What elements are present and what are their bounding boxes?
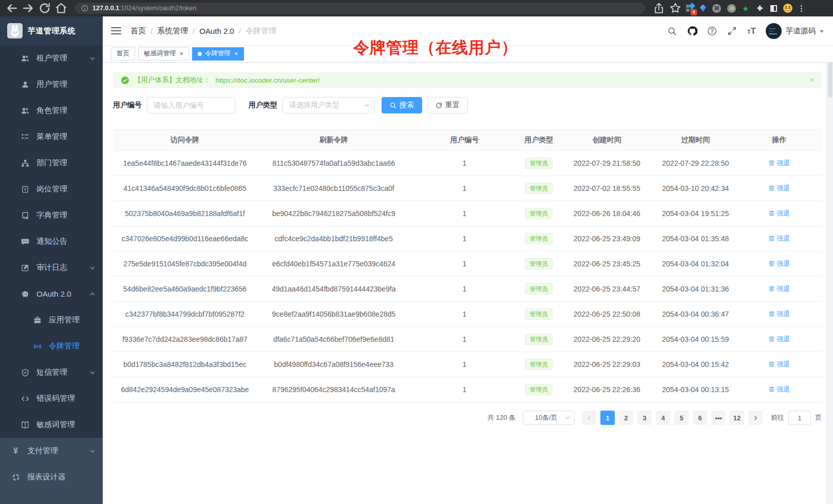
force-logout-button[interactable]: 强退 — [768, 259, 790, 268]
sidebar-item-label: 用户管理 — [36, 80, 67, 89]
tag-view-tab[interactable]: 令牌管理× — [192, 47, 244, 61]
site-info-icon[interactable] — [81, 5, 88, 12]
force-logout-button[interactable]: 强退 — [768, 184, 790, 193]
sidebar-item-tenant[interactable]: 租户管理 — [0, 45, 103, 71]
sidebar-item-notice[interactable]: 通知公告 — [0, 228, 103, 255]
command-extension-icon[interactable]: ⌘ — [712, 4, 721, 13]
goto-page-input[interactable] — [788, 411, 811, 425]
refresh-token-cell: 8796295f04064c2983414cc54af1097a — [257, 385, 410, 394]
more-pages-button[interactable]: ••• — [711, 411, 726, 425]
recorder-extension-icon[interactable] — [727, 4, 736, 13]
user-type-badge: 管理员 — [525, 384, 553, 395]
github-icon[interactable] — [687, 26, 697, 36]
next-page-button[interactable] — [748, 411, 763, 425]
force-logout-button[interactable]: 强退 — [768, 284, 790, 294]
page-button[interactable]: 3 — [637, 411, 652, 425]
trash-icon — [768, 285, 775, 292]
close-icon[interactable]: × — [234, 50, 238, 57]
forward-icon[interactable] — [22, 2, 35, 15]
sidebar-item-menu[interactable]: 菜单管理 — [0, 124, 103, 150]
oauth-icon — [21, 289, 29, 298]
breadcrumb: 首页/系统管理/OAuth 2.0/令牌管理 — [130, 26, 276, 36]
reset-button[interactable]: 重置 — [427, 97, 468, 113]
app-icon — [33, 316, 42, 324]
sidebar-item-user[interactable]: 用户管理 — [0, 71, 103, 98]
force-logout-button[interactable]: 强退 — [768, 335, 790, 344]
scrollbar-track[interactable] — [826, 16, 833, 504]
close-icon[interactable]: × — [180, 50, 184, 57]
force-logout-button[interactable]: 强退 — [768, 209, 790, 218]
sidebar-menu-root: ¥支付管理报表设计器 — [0, 438, 103, 504]
user-id-input[interactable] — [147, 97, 235, 113]
action-cell: 强退 — [736, 309, 822, 319]
sidebar-item-oauth[interactable]: OAuth 2.0 — [0, 281, 103, 307]
sidebar-item-dict[interactable]: 字典管理 — [0, 202, 103, 228]
force-logout-button[interactable]: 强退 — [768, 309, 790, 319]
sidebar-item-log[interactable]: 审计日志 — [0, 255, 103, 281]
breadcrumb-item[interactable]: 系统管理 — [157, 26, 188, 36]
sidebar-item-report[interactable]: 报表设计器 — [0, 464, 103, 490]
app-logo[interactable]: 芋道管理系统 — [0, 16, 103, 45]
user-type-select[interactable]: 请选择用户类型 — [282, 97, 375, 113]
sidebar-item-app[interactable]: 应用管理 — [0, 307, 103, 333]
sidebar-item-sms[interactable]: 短信管理 — [0, 359, 103, 385]
star-extension-icon[interactable]: ★ — [742, 5, 749, 12]
goto-page: 前往 页 — [771, 411, 822, 425]
user-menu[interactable]: 芋道源码 — [766, 23, 824, 39]
force-logout-button[interactable]: 强退 — [768, 385, 790, 394]
fullscreen-icon[interactable] — [727, 26, 737, 36]
tag-view-tab[interactable]: 首页 — [111, 47, 135, 61]
breadcrumb-item[interactable]: OAuth 2.0 — [199, 27, 234, 35]
page-button[interactable]: 1 — [600, 411, 615, 425]
dept-icon — [21, 159, 29, 167]
alert-link[interactable]: https://doc.iocoder.cn/user-center/ — [216, 76, 320, 84]
address-bar[interactable]: 127.0.0.1:1024/system/oauth2/token — [75, 3, 645, 14]
breadcrumb-item[interactable]: 首页 — [130, 26, 146, 36]
force-logout-button[interactable]: 强退 — [768, 234, 790, 243]
page-button[interactable]: 2 — [619, 411, 633, 425]
sidebar-item-pay[interactable]: ¥支付管理 — [0, 438, 103, 464]
alert-close-icon[interactable]: × — [810, 75, 815, 85]
user-id-cell: 1 — [411, 235, 519, 243]
user-type-badge: 管理员 — [525, 283, 553, 295]
sidebar-item-dept[interactable]: 部门管理 — [0, 150, 103, 176]
sidebar-item-role[interactable]: 角色管理 — [0, 98, 103, 124]
profile-avatar-icon[interactable] — [783, 4, 792, 13]
browser-menu-icon[interactable] — [799, 5, 804, 12]
prev-page-button[interactable] — [582, 411, 596, 425]
bookmark-star-icon[interactable] — [669, 2, 682, 15]
navbar-actions: TT 芋道源码 — [667, 23, 824, 39]
puzzle-extensions-icon[interactable] — [755, 4, 764, 13]
search-button[interactable]: 搜索 — [382, 97, 422, 113]
action-cell: 强退 — [736, 335, 822, 344]
token-table: 访问令牌刷新令牌用户编号用户类型创建时间过期时间操作 1ea5e44f8bc14… — [113, 129, 822, 402]
tag-view-tab[interactable]: 敏感词管理× — [138, 47, 189, 61]
reload-icon[interactable] — [38, 2, 51, 15]
search-icon[interactable] — [667, 26, 677, 36]
grid-extension-icon[interactable]: 9 — [686, 5, 694, 12]
force-logout-button[interactable]: 强退 — [768, 159, 790, 168]
force-logout-button[interactable]: 强退 — [768, 360, 790, 369]
alert-text: 【用户体系】文档地址： — [134, 75, 211, 85]
page-content: 【用户体系】文档地址： https://doc.iocoder.cn/user-… — [103, 63, 833, 504]
page-button[interactable]: 5 — [674, 411, 689, 425]
page-button[interactable]: 12 — [730, 411, 744, 425]
hamburger-icon[interactable] — [111, 27, 121, 34]
sidebar-item-errcode[interactable]: 错误码管理 — [0, 385, 103, 412]
page-button[interactable]: 4 — [656, 411, 670, 425]
font-size-icon[interactable]: TT — [747, 27, 756, 35]
kite-extension-icon[interactable] — [700, 5, 706, 12]
sidebar-item-token[interactable]: 令牌管理 — [0, 333, 103, 359]
page-button[interactable]: 6 — [693, 411, 707, 425]
username: 芋道源码 — [786, 26, 816, 36]
sidebar-item-sensitive[interactable]: 敏感词管理 — [0, 412, 103, 438]
column-header: 用户类型 — [518, 135, 559, 145]
back-icon[interactable] — [5, 2, 18, 15]
theme-extension-icon[interactable] — [770, 5, 777, 12]
page-size-select[interactable]: 10条/页 — [523, 411, 575, 425]
sidebar-item-post[interactable]: 岗位管理 — [0, 176, 103, 202]
home-icon[interactable] — [54, 2, 68, 15]
force-logout-label: 强退 — [777, 209, 790, 218]
help-icon[interactable] — [707, 26, 717, 36]
share-icon[interactable] — [652, 2, 666, 15]
